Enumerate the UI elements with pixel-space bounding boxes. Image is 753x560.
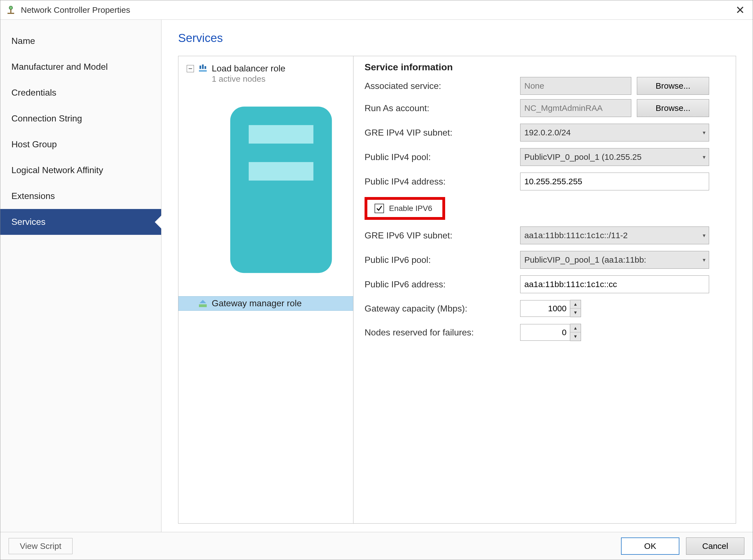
- cancel-button[interactable]: Cancel: [686, 538, 745, 555]
- tree-child-node[interactable]: [178, 85, 353, 296]
- sidebar-item-services[interactable]: Services: [0, 209, 161, 235]
- combo-value: 192.0.2.0/24: [524, 128, 571, 137]
- public-ipv6-pool-combobox[interactable]: PublicVIP_0_pool_1 (aa1a:11bb: ▾: [520, 251, 709, 269]
- gre-ipv6-subnet-combobox[interactable]: aa1a:11bb:111c:1c1c::/11-2 ▾: [520, 226, 709, 244]
- nodes-reserved-spinner[interactable]: ▲ ▼: [520, 324, 581, 341]
- services-panel: − Load balancer: [178, 56, 736, 524]
- ok-button[interactable]: OK: [621, 538, 679, 555]
- browse-run-as-account-button[interactable]: Browse...: [637, 99, 709, 117]
- svg-rect-6: [204, 66, 206, 69]
- spinner-up-icon[interactable]: ▲: [570, 300, 581, 308]
- tree-sublabel: 1 active nodes: [212, 74, 285, 84]
- role-tree: − Load balancer: [178, 56, 353, 523]
- run-as-account-field: [520, 99, 631, 117]
- combo-value: PublicVIP_0_pool_1 (10.255.25: [524, 152, 642, 162]
- sidebar-item-host-group[interactable]: Host Group: [0, 132, 161, 157]
- sidebar-item-name[interactable]: Name: [0, 28, 161, 54]
- label-public-ipv6-pool: Public IPv6 pool:: [365, 255, 520, 265]
- section-heading: Service information: [365, 62, 725, 73]
- sidebar-item-label: Logical Network Affinity: [12, 165, 103, 175]
- sidebar-item-label: Host Group: [12, 139, 57, 149]
- spinner-up-icon[interactable]: ▲: [570, 324, 581, 333]
- public-ipv4-address-input[interactable]: [520, 173, 709, 191]
- view-script-button[interactable]: View Script: [8, 538, 73, 554]
- sidebar-item-credentials[interactable]: Credentials: [0, 80, 161, 106]
- sidebar-item-label: Services: [12, 217, 45, 227]
- svg-rect-8: [249, 125, 313, 144]
- load-balancer-icon: [198, 64, 208, 74]
- label-public-ipv4-addr: Public IPv4 address:: [365, 177, 520, 187]
- server-node-icon: [212, 285, 350, 293]
- tree-label: Gateway manager role: [212, 298, 302, 308]
- gateway-manager-icon: [198, 299, 208, 309]
- sidebar-item-connection-string[interactable]: Connection String: [0, 106, 161, 132]
- chevron-down-icon: ▾: [703, 129, 706, 136]
- gateway-capacity-spinner[interactable]: ▲ ▼: [520, 300, 581, 317]
- public-ipv4-pool-combobox[interactable]: PublicVIP_0_pool_1 (10.255.25 ▾: [520, 148, 709, 166]
- sidebar-item-manufacturer-model[interactable]: Manufacturer and Model: [0, 54, 161, 80]
- gateway-capacity-input[interactable]: [520, 300, 570, 317]
- label-gre-ipv4-subnet: GRE IPv4 VIP subnet:: [365, 127, 520, 138]
- label-gateway-capacity: Gateway capacity (Mbps):: [365, 303, 520, 314]
- label-public-ipv4-pool: Public IPv4 pool:: [365, 152, 520, 162]
- svg-rect-9: [249, 162, 313, 181]
- row-enable-ipv6: Enable IPV6: [365, 197, 725, 220]
- spinner-down-icon[interactable]: ▼: [570, 308, 581, 317]
- nodes-reserved-input[interactable]: [520, 324, 570, 341]
- enable-ipv6-highlight: Enable IPV6: [365, 197, 445, 220]
- sidebar-item-extensions[interactable]: Extensions: [0, 183, 161, 209]
- row-run-as-account: Run As account: Browse...: [365, 99, 725, 117]
- gre-ipv4-subnet-combobox[interactable]: 192.0.2.0/24 ▾: [520, 124, 709, 141]
- tree-node-load-balancer[interactable]: − Load balancer: [178, 62, 353, 85]
- chevron-down-icon: ▾: [703, 257, 706, 263]
- row-gre-ipv4-subnet: GRE IPv4 VIP subnet: 192.0.2.0/24 ▾: [365, 124, 725, 141]
- page-title: Services: [178, 32, 736, 45]
- dialog-footer: View Script OK Cancel: [0, 532, 753, 560]
- window-title: Network Controller Properties: [21, 5, 130, 15]
- tree-label: Load balancer role: [212, 63, 285, 74]
- svg-rect-2: [7, 13, 14, 14]
- sidebar-item-logical-network-affinity[interactable]: Logical Network Affinity: [0, 157, 161, 183]
- enable-ipv6-checkbox[interactable]: [374, 204, 384, 213]
- row-nodes-reserved: Nodes reserved for failures: ▲ ▼: [365, 324, 725, 341]
- content-pane: Services −: [161, 20, 753, 532]
- row-gateway-capacity: Gateway capacity (Mbps): ▲ ▼: [365, 300, 725, 317]
- public-ipv6-address-input[interactable]: [520, 275, 709, 293]
- sidebar-item-label: Connection String: [12, 113, 82, 123]
- svg-rect-5: [202, 64, 204, 69]
- browse-associated-service-button[interactable]: Browse...: [637, 77, 709, 95]
- label-run-as-account: Run As account:: [365, 103, 520, 113]
- title-bar: Network Controller Properties ✕: [0, 0, 753, 20]
- window-body: Name Manufacturer and Model Credentials …: [0, 20, 753, 532]
- label-associated-service: Associated service:: [365, 81, 520, 91]
- row-public-ipv4-pool: Public IPv4 pool: PublicVIP_0_pool_1 (10…: [365, 148, 725, 166]
- row-public-ipv6-addr: Public IPv6 address:: [365, 275, 725, 293]
- sidebar-item-label: Credentials: [12, 87, 56, 98]
- enable-ipv6-label: Enable IPV6: [389, 204, 432, 213]
- row-public-ipv4-addr: Public IPv4 address:: [365, 173, 725, 191]
- label-public-ipv6-addr: Public IPv6 address:: [365, 279, 520, 289]
- svg-rect-3: [199, 70, 207, 72]
- row-public-ipv6-pool: Public IPv6 pool: PublicVIP_0_pool_1 (aa…: [365, 251, 725, 269]
- label-nodes-reserved: Nodes reserved for failures:: [365, 327, 520, 338]
- spinner-down-icon[interactable]: ▼: [570, 333, 581, 341]
- properties-window: Network Controller Properties ✕ Name Man…: [0, 0, 753, 560]
- sidebar-item-label: Manufacturer and Model: [12, 62, 108, 72]
- label-gre-ipv6-subnet: GRE IPv6 VIP subnet:: [365, 231, 520, 241]
- svg-rect-4: [200, 65, 201, 69]
- svg-rect-1: [10, 9, 12, 13]
- nav-sidebar: Name Manufacturer and Model Credentials …: [0, 20, 161, 532]
- tree-node-gateway-manager[interactable]: Gateway manager role: [178, 296, 353, 311]
- svg-rect-10: [199, 304, 207, 307]
- sidebar-item-label: Extensions: [12, 191, 55, 201]
- app-icon: [6, 5, 16, 15]
- combo-value: aa1a:11bb:111c:1c1c::/11-2: [524, 231, 628, 240]
- row-gre-ipv6-subnet: GRE IPv6 VIP subnet: aa1a:11bb:111c:1c1c…: [365, 226, 725, 244]
- svg-point-0: [9, 6, 13, 9]
- chevron-down-icon: ▾: [703, 232, 706, 239]
- row-associated-service: Associated service: Browse...: [365, 77, 725, 95]
- close-button[interactable]: ✕: [733, 3, 747, 17]
- associated-service-field: [520, 77, 631, 95]
- sidebar-item-label: Name: [12, 36, 35, 46]
- tree-collapse-icon[interactable]: −: [187, 65, 194, 72]
